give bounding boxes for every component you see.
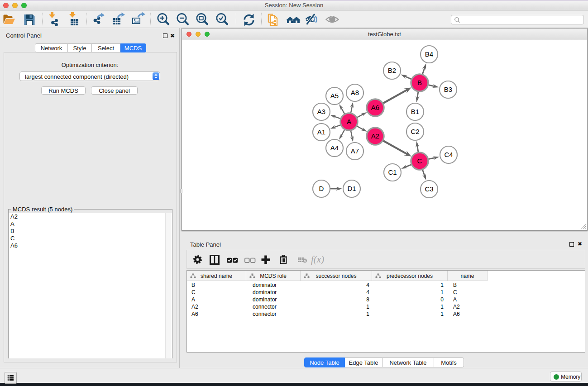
svg-text:B3: B3 [444, 86, 452, 93]
svg-text:C4: C4 [444, 151, 453, 158]
svg-text:B4: B4 [425, 50, 433, 58]
svg-text:D: D [319, 185, 324, 192]
svg-text:B: B [417, 79, 422, 86]
svg-text:A8: A8 [351, 89, 359, 96]
svg-text:C2: C2 [411, 128, 419, 135]
svg-text:A7: A7 [351, 147, 359, 155]
svg-text:A4: A4 [330, 144, 339, 152]
svg-text:D1: D1 [347, 185, 356, 192]
svg-text:C1: C1 [388, 168, 397, 176]
svg-text:C: C [417, 157, 422, 165]
svg-text:A3: A3 [317, 108, 325, 115]
svg-text:A1: A1 [317, 128, 325, 136]
svg-text:A6: A6 [371, 104, 379, 111]
svg-text:C3: C3 [425, 185, 433, 193]
svg-text:B1: B1 [411, 108, 419, 115]
svg-text:B2: B2 [388, 67, 396, 74]
svg-text:A: A [347, 118, 351, 125]
svg-text:A2: A2 [371, 132, 379, 140]
svg-text:A5: A5 [330, 92, 339, 100]
